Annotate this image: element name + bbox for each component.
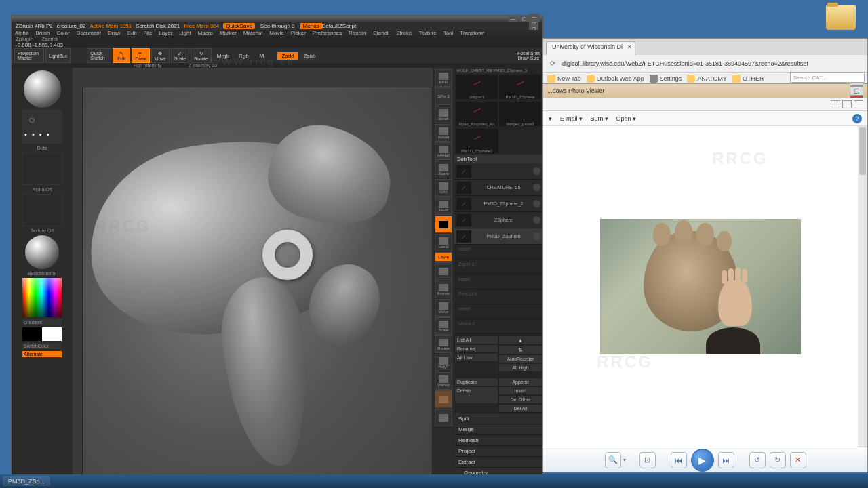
brush-preview-icon[interactable] bbox=[24, 70, 61, 108]
menu-document[interactable]: Document bbox=[77, 30, 101, 36]
burn-button[interactable]: Burn ▾ bbox=[591, 115, 608, 122]
email-button[interactable]: E-mail ▾ bbox=[560, 115, 583, 122]
next-button[interactable]: ⏭ bbox=[718, 452, 734, 468]
menu-draw[interactable]: Draw bbox=[108, 30, 121, 36]
photo-viewer-titlebar[interactable]: ...dows Photo Viewer Search CAT... — ▢ ✕ bbox=[543, 84, 867, 98]
tool-thumb-3[interactable]: ⟋Ryan_Kingslien_An bbox=[456, 102, 498, 126]
stroke-dots-icon[interactable] bbox=[22, 110, 62, 144]
color-picker[interactable] bbox=[22, 278, 62, 317]
menu-material[interactable]: Material bbox=[243, 30, 262, 36]
remesh-section[interactable]: Remesh bbox=[454, 434, 542, 445]
menu-texture[interactable]: Texture bbox=[418, 30, 436, 36]
persp-button[interactable] bbox=[435, 216, 452, 233]
subtool-header[interactable]: SubTool bbox=[454, 155, 542, 163]
subtool-slot[interactable]: Zsphr 1 bbox=[454, 260, 542, 274]
nav-rotate-button[interactable]: Rotate bbox=[435, 336, 452, 353]
tool-thumb-1[interactable]: ⟋dragon3 bbox=[456, 75, 498, 99]
switch-color-button[interactable]: SwitchColor bbox=[22, 343, 62, 349]
all-high-button[interactable]: All High bbox=[498, 363, 542, 372]
polyf-button[interactable]: PolyF bbox=[435, 354, 452, 371]
help-icon[interactable]: ? bbox=[852, 114, 862, 123]
menu-light[interactable]: Light bbox=[179, 30, 191, 36]
url-field[interactable]: digicoll.library.wisc.edu/WebZ/FETCH?ses… bbox=[562, 60, 863, 67]
visibility-icon[interactable] bbox=[533, 184, 540, 191]
move-up-button[interactable]: ▲ bbox=[498, 336, 542, 345]
frame-button[interactable]: Frame bbox=[435, 281, 452, 298]
bookmark-anatomy[interactable]: ANATOMY bbox=[687, 75, 727, 83]
maximize-icon[interactable]: ▢ bbox=[519, 16, 529, 22]
menu-movie[interactable]: Movie bbox=[269, 30, 283, 36]
actual-button[interactable]: Actual bbox=[435, 124, 452, 142]
dropdown-icon[interactable]: ▾ bbox=[549, 115, 552, 122]
menu-zscript[interactable]: Zscript bbox=[41, 36, 58, 42]
project-section[interactable]: Project bbox=[454, 445, 542, 456]
quick-sketch-button[interactable]: Quick Sketch bbox=[87, 48, 111, 63]
view-icon-3[interactable] bbox=[854, 100, 863, 108]
photo-canvas[interactable] bbox=[543, 126, 858, 447]
visibility-icon[interactable] bbox=[533, 216, 540, 224]
menu-zplugin[interactable]: Zplugin bbox=[16, 36, 33, 42]
insert-button[interactable]: Insert bbox=[498, 386, 542, 395]
menu-file[interactable]: File bbox=[143, 30, 152, 36]
move-down-button[interactable]: ⇅ bbox=[498, 345, 542, 354]
rotate-button[interactable]: ↻Rotate bbox=[191, 48, 212, 63]
seethrough-slider[interactable]: See-through 0 bbox=[260, 23, 295, 29]
draw-button[interactable]: ✏Draw bbox=[132, 48, 149, 63]
reload-icon[interactable]: ⟳ bbox=[547, 58, 558, 69]
menu-macro[interactable]: Macro bbox=[198, 30, 213, 36]
zsub-button[interactable]: Zsub bbox=[300, 52, 320, 60]
zb-minimize-icon[interactable]: — bbox=[529, 14, 538, 20]
split-section[interactable]: Split bbox=[454, 413, 542, 424]
menu-edit[interactable]: Edit bbox=[127, 30, 137, 36]
menu-alpha[interactable]: Alpha bbox=[15, 30, 28, 36]
subtool-slot[interactable]: Insert bbox=[454, 304, 542, 319]
desktop-folder-icon[interactable] bbox=[826, 5, 856, 30]
menu-transform[interactable]: Transform bbox=[460, 30, 484, 36]
menu-tool[interactable]: Tool bbox=[443, 30, 454, 36]
tool-thumb-2[interactable]: ⟋PM3D_ZSphere bbox=[499, 75, 541, 99]
bookmark-other[interactable]: OTHER bbox=[732, 75, 764, 83]
menu-preferences[interactable]: Preferences bbox=[313, 30, 342, 36]
play-slideshow-button[interactable]: ▶ bbox=[691, 449, 714, 472]
autoreorder-button[interactable]: AutoReorder bbox=[498, 354, 542, 363]
delete-photo-button[interactable]: ✕ bbox=[790, 452, 806, 468]
minimize-icon[interactable]: — bbox=[509, 16, 518, 22]
scrollbar[interactable] bbox=[858, 126, 867, 447]
move-button[interactable]: ✥Move bbox=[151, 48, 170, 63]
scroll-button[interactable]: Scroll bbox=[435, 106, 452, 123]
default-script[interactable]: DefaultZScript bbox=[322, 23, 357, 29]
viewport[interactable]: WWW.rrcg.cn RRCG bbox=[73, 68, 433, 488]
zoom-button[interactable]: Zoom bbox=[435, 161, 452, 178]
menus-button[interactable]: Menus bbox=[300, 23, 322, 29]
nav-scale-button[interactable]: Scale bbox=[435, 317, 452, 335]
zbrush-titlebar[interactable]: — ▢ ✕ bbox=[12, 16, 542, 22]
view-icon-1[interactable] bbox=[831, 100, 840, 108]
menu-layer[interactable]: Layer bbox=[159, 30, 172, 36]
aahalf-button[interactable]: AAHalf bbox=[435, 142, 452, 160]
menu-marker[interactable]: Marker bbox=[220, 30, 237, 36]
visibility-icon[interactable] bbox=[533, 200, 540, 207]
menu-render[interactable]: Render bbox=[349, 30, 366, 36]
rgb-intensity-label[interactable]: Rgb Intensity bbox=[134, 63, 161, 68]
floor-button[interactable]: Floor bbox=[435, 197, 452, 215]
bookmark-settings[interactable]: Settings bbox=[650, 75, 682, 83]
search-input[interactable]: Search CAT... bbox=[790, 72, 865, 83]
spix-button[interactable]: SPix 3 bbox=[435, 87, 452, 105]
menu-picker[interactable]: Picker bbox=[291, 30, 306, 36]
all-low-button[interactable]: All Low bbox=[454, 353, 498, 362]
del-all-button[interactable]: Del All bbox=[498, 404, 542, 413]
duplicate-button[interactable]: Duplicate bbox=[454, 378, 498, 386]
rename-button[interactable]: Rename bbox=[454, 344, 498, 353]
subtool-slot[interactable]: Pmesh 4 bbox=[454, 289, 542, 304]
lsym-button[interactable]: LSym bbox=[435, 252, 452, 262]
grid-button[interactable]: Grid bbox=[435, 179, 452, 197]
color-swatches[interactable] bbox=[22, 327, 62, 341]
menu-brush[interactable]: Brush bbox=[35, 30, 50, 36]
zoom-dropdown-icon[interactable]: ▾ bbox=[623, 457, 626, 463]
menu-stencil[interactable]: Stencil bbox=[373, 30, 389, 36]
taskbar-item[interactable]: PM3D_ZSp... bbox=[3, 476, 50, 486]
subtool-item-4[interactable]: ⟋PM3D_ZSphere bbox=[454, 228, 542, 245]
subtool-slot[interactable]: insert bbox=[454, 274, 542, 289]
visibility-icon[interactable] bbox=[533, 232, 540, 240]
texture-slot[interactable] bbox=[22, 194, 62, 226]
